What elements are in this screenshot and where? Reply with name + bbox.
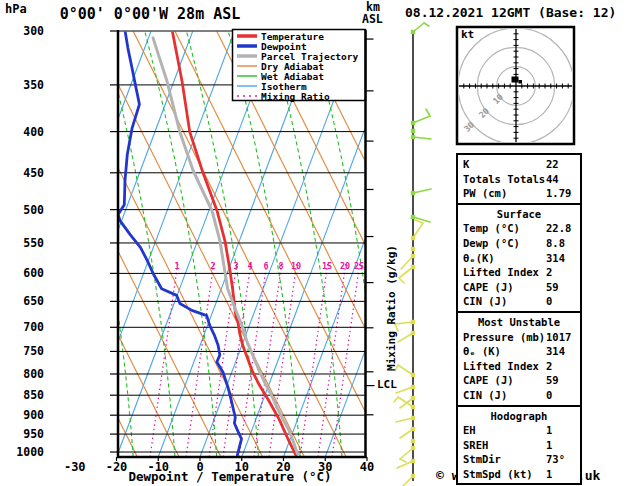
hodograph-plot: 102030 xyxy=(457,27,574,144)
pressure-tick-label: 950 xyxy=(23,427,44,441)
wind-barb-column xyxy=(394,23,431,486)
storm-motion-dot xyxy=(519,80,523,84)
panel-row-value: 1 xyxy=(546,467,552,482)
panel-row-label: Lifted Index xyxy=(463,359,546,374)
wind-barb-station-dot xyxy=(411,254,415,258)
wind-barb-station-dot xyxy=(411,236,415,240)
panel-row: CAPE (J)59 xyxy=(458,280,580,295)
panel-header: Most Unstable xyxy=(458,315,580,330)
panel-row: Totals Totals44 xyxy=(458,172,580,187)
panel-row: Lifted Index2 xyxy=(458,359,580,374)
mixing-ratio-value-label: 1 xyxy=(174,261,179,271)
legend-label: Mixing Ratio xyxy=(261,91,330,102)
panel-row: StmSpd (kt)1 xyxy=(458,467,580,482)
panel-row: Lifted Index2 xyxy=(458,265,580,280)
wind-barb-station-dot xyxy=(411,373,415,377)
panel-row: CIN (J)0 xyxy=(458,388,580,403)
panel-row-value: 0 xyxy=(546,388,552,403)
wind-barb xyxy=(395,322,413,324)
wind-barb-station-dot xyxy=(411,446,415,450)
panel-row-value: 314 xyxy=(546,251,565,266)
isotherm-line xyxy=(75,31,235,457)
pressure-tick-label: 900 xyxy=(23,408,44,422)
wind-barb xyxy=(415,220,423,223)
wind-barb-station-dot xyxy=(411,396,415,400)
pressure-axis-unit: hPa xyxy=(5,2,27,16)
height-axis-unit-asl: ASL xyxy=(362,12,383,26)
panel-row-label: CAPE (J) xyxy=(463,280,546,295)
panel-row-label: PW (cm) xyxy=(463,186,546,201)
isotherm-line xyxy=(0,31,109,457)
pressure-tick-label: 600 xyxy=(23,266,44,280)
temperature-axis-title: Dewpoint / Temperature (°C) xyxy=(110,469,350,484)
panel-row-label: SREH xyxy=(463,438,546,453)
pressure-tick-label: 450 xyxy=(23,166,44,180)
panel-row-value: 1 xyxy=(546,423,552,438)
panel-row-label: Lifted Index xyxy=(463,265,546,280)
wind-barb-station-dot xyxy=(411,459,415,463)
wind-barb-station-dot xyxy=(411,265,415,269)
mixing-ratio-value-label: 10 xyxy=(291,261,301,271)
mixing-ratio-value-label: 25 xyxy=(354,261,364,271)
panel-row: Dewp (°C)8.8 xyxy=(458,236,580,251)
panel-row-label: CIN (J) xyxy=(463,388,546,403)
legend: TemperatureDewpointParcel TrajectoryDry … xyxy=(233,30,366,102)
panel-row-label: K xyxy=(463,157,546,172)
wind-barb xyxy=(424,23,429,26)
mixing-ratio-value-label: 15 xyxy=(322,261,332,271)
panel-row-label: θₑ(K) xyxy=(463,251,546,266)
panel-row: θₑ(K)314 xyxy=(458,251,580,266)
indices-panel-surface: SurfaceTemp (°C)22.8Dewp (°C)8.8θₑ(K)314… xyxy=(456,203,582,313)
wind-barb-station-dot xyxy=(411,416,415,420)
wind-barb xyxy=(426,109,430,116)
storm-motion-dot xyxy=(512,77,519,83)
panel-header: Hodograph xyxy=(458,409,580,424)
pressure-tick-label: 350 xyxy=(23,78,44,92)
pressure-tick-label: 800 xyxy=(23,367,44,381)
panel-row: CIN (J)0 xyxy=(458,294,580,309)
panel-row-label: EH xyxy=(463,423,546,438)
wind-barb-station-dot xyxy=(411,331,415,335)
wind-barb xyxy=(396,387,413,393)
panel-header: Surface xyxy=(458,207,580,222)
panel-row: EH1 xyxy=(458,423,580,438)
lcl-marker-label: LCL xyxy=(377,378,397,391)
wind-barb-station-dot xyxy=(411,247,415,251)
panel-row-value: 73° xyxy=(546,452,565,467)
panel-row: StmDir73° xyxy=(458,452,580,467)
hodograph-unit: kt xyxy=(461,28,474,41)
indices-panels: K22Totals Totals44PW (cm)1.79SurfaceTemp… xyxy=(456,153,582,485)
panel-row-value: 2 xyxy=(546,265,552,280)
wind-barb-station-dot xyxy=(411,191,415,195)
wet-adiabat-line xyxy=(145,31,217,457)
wet-adiabat-line xyxy=(61,31,133,457)
panel-row-value: 0 xyxy=(546,294,552,309)
wind-barb-station-dot xyxy=(411,439,415,443)
panel-row: θₑ (K)314 xyxy=(458,344,580,359)
pressure-tick-label: 700 xyxy=(23,320,44,334)
panel-row-label: θₑ (K) xyxy=(463,344,546,359)
mixing-ratio-value-label: 20 xyxy=(340,261,350,271)
wind-barb xyxy=(413,189,431,193)
wind-barb-station-dot xyxy=(411,30,415,34)
indices-panel-stability: K22Totals Totals44PW (cm)1.79 xyxy=(456,153,582,205)
panel-row-label: StmSpd (kt) xyxy=(463,467,546,482)
mixing-ratio-value-label: 8 xyxy=(278,261,283,271)
pressure-tick-label: 750 xyxy=(23,344,44,358)
panel-row-label: Pressure (mb) xyxy=(463,330,546,345)
panel-row-label: Temp (°C) xyxy=(463,221,546,236)
pressure-tick-label: 550 xyxy=(23,236,44,250)
panel-row: Temp (°C)22.8 xyxy=(458,221,580,236)
mixing-ratio-value-label: 2 xyxy=(210,261,215,271)
wind-barb xyxy=(413,137,431,139)
isotherm-line xyxy=(33,31,193,457)
pressure-tick-label: 300 xyxy=(23,24,44,38)
wind-barb-station-dot xyxy=(411,135,415,139)
run-datetime: 08.12.2021 12GMT (Base: 12) xyxy=(405,5,616,20)
panel-row-value: 1017 xyxy=(546,330,571,345)
mixing-ratio-line xyxy=(186,262,214,457)
panel-row-label: StmDir xyxy=(463,452,546,467)
pressure-tick-label: 500 xyxy=(23,203,44,217)
sounding-screenshot: 12346810152025TemperatureDewpointParcel … xyxy=(0,0,629,486)
wind-barb xyxy=(394,397,398,402)
